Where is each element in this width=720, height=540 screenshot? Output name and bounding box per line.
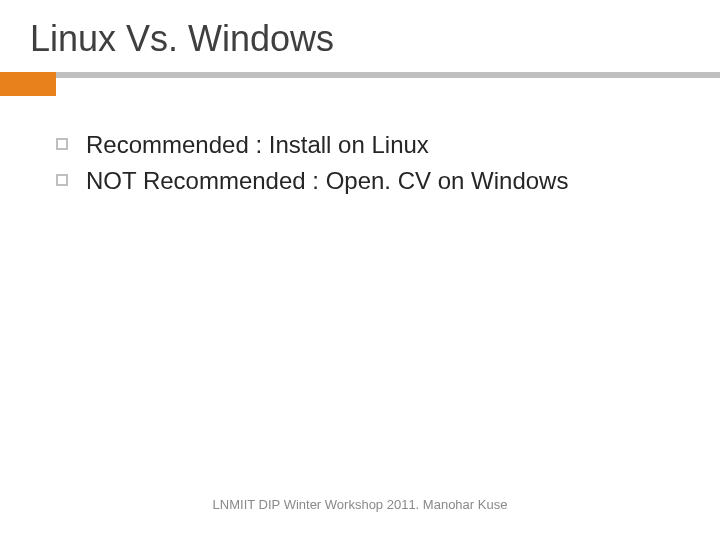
accent-block xyxy=(0,72,56,96)
list-item: Recommended : Install on Linux xyxy=(56,130,690,160)
list-item: NOT Recommended : Open. CV on Windows xyxy=(56,166,690,196)
square-bullet-icon xyxy=(56,138,68,150)
bullet-text: Recommended : Install on Linux xyxy=(86,130,429,160)
content-area: Recommended : Install on Linux NOT Recom… xyxy=(0,78,720,196)
square-bullet-icon xyxy=(56,174,68,186)
bullet-text: NOT Recommended : Open. CV on Windows xyxy=(86,166,568,196)
slide-title: Linux Vs. Windows xyxy=(0,18,720,72)
title-underline xyxy=(0,72,720,78)
slide: Linux Vs. Windows Recommended : Install … xyxy=(0,0,720,540)
footer-text: LNMIIT DIP Winter Workshop 2011. Manohar… xyxy=(0,497,720,512)
